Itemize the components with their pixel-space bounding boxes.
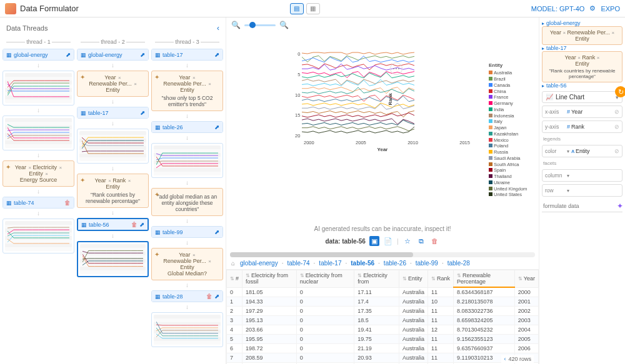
table-tab[interactable]: table-17 bbox=[319, 260, 341, 267]
flow-arrow-icon: ↓ bbox=[151, 305, 223, 310]
open-external-icon[interactable]: ⬈ bbox=[140, 109, 145, 116]
horizontal-scrollbar[interactable] bbox=[230, 252, 535, 257]
wand-icon: ✦ bbox=[6, 164, 11, 170]
chart-thumbnail[interactable] bbox=[77, 129, 149, 164]
open-external-icon[interactable]: ⬈ bbox=[214, 229, 219, 235]
table-row[interactable]: 7208.59020.93Australia119.11903102132007 bbox=[227, 353, 539, 363]
table-name: table-17 bbox=[162, 52, 212, 58]
table-row[interactable]: 0181.05017.11Australia118.63443681872000 bbox=[227, 287, 539, 297]
open-external-icon[interactable]: ⬈ bbox=[140, 51, 145, 58]
encoding-x-axis[interactable]: x-axis #Year ⊘ bbox=[542, 106, 622, 118]
legend-entry: Mexico bbox=[489, 137, 527, 144]
collapse-threads-chevron-icon[interactable]: ‹ bbox=[217, 24, 219, 32]
encoding-y-axis[interactable]: y-axis #Rank ⊘ bbox=[542, 121, 622, 133]
chart-thumbnail[interactable] bbox=[151, 312, 223, 347]
encoding-row[interactable]: row▾ bbox=[542, 184, 622, 197]
column-header[interactable]: ⇅Electricity from bbox=[354, 270, 399, 288]
model-label[interactable]: MODEL: GPT-4O bbox=[531, 5, 585, 12]
table-row[interactable]: 5195.95019.75Australia119.15623551232005 bbox=[227, 335, 539, 344]
gear-icon[interactable]: ⚙ bbox=[589, 4, 596, 12]
chart-thumbnail[interactable] bbox=[77, 241, 149, 277]
table-row[interactable]: 4203.66019.41Australia128.70130452322004 bbox=[227, 325, 539, 335]
column-header[interactable]: ⇅# bbox=[227, 270, 242, 288]
export-button[interactable]: EXPO bbox=[601, 5, 620, 12]
thread-label: thread - 2 bbox=[77, 37, 149, 46]
derive-step-card[interactable]: ✦Year × Electricity ×Entity ×Energy Sour… bbox=[2, 160, 74, 187]
flow-arrow-icon: ↓ bbox=[151, 283, 223, 288]
formulate-run-icon[interactable]: ✦ bbox=[617, 202, 623, 210]
derive-step-card[interactable]: ✦"add global median as an entity alongsi… bbox=[151, 188, 223, 216]
breadcrumb-step[interactable]: Year × Rank ×Entity"Rank countries by re… bbox=[542, 51, 622, 82]
table-card[interactable]: ▦table-74🗑 bbox=[2, 197, 74, 209]
flow-arrow-icon: ↓ bbox=[77, 166, 149, 171]
column-header[interactable]: ⇅Renewable Percentage bbox=[454, 270, 515, 288]
table-card[interactable]: ▦table-56🗑⬈ bbox=[77, 218, 149, 231]
table-tab[interactable]: global-energy bbox=[240, 260, 278, 267]
formulate-input[interactable] bbox=[542, 202, 614, 210]
view-text-icon[interactable]: 📄 bbox=[383, 236, 393, 246]
trash-icon[interactable]: 🗑 bbox=[206, 293, 212, 300]
view-image-icon[interactable]: ▣ bbox=[369, 236, 379, 246]
table-card[interactable]: ▦table-99⬈ bbox=[151, 226, 223, 238]
view-grid-button[interactable]: ▦ bbox=[306, 3, 320, 14]
table-tab[interactable]: table-26 bbox=[384, 260, 406, 267]
breadcrumb-step[interactable]: Year × Renewable Per... ×Entity bbox=[542, 26, 622, 45]
copy-icon[interactable]: ⧉ bbox=[416, 236, 426, 246]
column-header[interactable]: ⇅Electricity from fossil bbox=[242, 270, 297, 288]
table-row[interactable]: 3195.13018.5Australia118.65983242052003 bbox=[227, 316, 539, 325]
column-header[interactable]: ⇅Entity bbox=[399, 270, 428, 288]
chart-thumbnail[interactable] bbox=[2, 116, 74, 150]
column-header[interactable]: ⇅Electricity from nuclear bbox=[296, 270, 354, 288]
table-card[interactable]: ▦table-17⬈ bbox=[77, 107, 149, 119]
derive-step-card[interactable]: ✦Year ×Renewable Per... ×EntityGlobal Me… bbox=[151, 248, 223, 280]
derive-step-card[interactable]: ✦Year ×Renewable Per... ×Entity"show onl… bbox=[151, 71, 223, 111]
home-icon[interactable]: ⌂ bbox=[231, 260, 235, 267]
legend-entry: Canada bbox=[489, 82, 527, 89]
derive-step-card[interactable]: ✦Year × Rank ×Entity"Rank countries by r… bbox=[77, 174, 149, 208]
table-card[interactable]: ▦table-17⬈ bbox=[151, 49, 223, 61]
clear-y-icon[interactable]: ⊘ bbox=[614, 124, 619, 130]
open-external-icon[interactable]: ⬈ bbox=[214, 293, 219, 300]
derive-step-card[interactable]: ✦Year ×Renewable Per... ×Entity bbox=[77, 71, 149, 97]
trash-icon[interactable]: 🗑 bbox=[64, 199, 71, 206]
trash-icon[interactable]: 🗑 bbox=[131, 221, 138, 228]
table-row[interactable]: 6198.72021.19Australia119.63576609372006 bbox=[227, 344, 539, 353]
column-header[interactable]: ⇅Year bbox=[514, 270, 538, 288]
refresh-run-icon[interactable]: ↻ bbox=[615, 86, 625, 97]
encoding-panel: global-energyYear × Renewable Per... ×En… bbox=[539, 17, 625, 364]
table-card[interactable]: ▦table-28🗑⬈ bbox=[151, 290, 223, 302]
view-list-button[interactable]: ▤ bbox=[290, 3, 304, 14]
encoding-column[interactable]: column▾ bbox=[542, 169, 622, 182]
zoom-in-icon[interactable]: 🔍 bbox=[279, 21, 289, 29]
table-tab[interactable]: table-99 bbox=[416, 260, 438, 267]
open-external-icon[interactable]: ⬈ bbox=[66, 51, 71, 58]
breadcrumb-table[interactable]: table-56 bbox=[542, 82, 622, 89]
clear-x-icon[interactable]: ⊘ bbox=[614, 109, 619, 115]
star-icon[interactable]: ☆ bbox=[402, 236, 412, 246]
zoom-slider[interactable] bbox=[244, 24, 276, 26]
open-external-icon[interactable]: ⬈ bbox=[214, 51, 219, 58]
table-prev-page-icon[interactable]: ‹ bbox=[504, 356, 506, 362]
clear-color-icon[interactable]: ⊘ bbox=[614, 148, 619, 154]
open-external-icon[interactable]: ⬈ bbox=[214, 124, 219, 130]
table-card[interactable]: ▦table-26⬈ bbox=[151, 121, 223, 133]
chart-thumbnail[interactable] bbox=[2, 71, 74, 106]
zoom-out-icon[interactable]: 🔍 bbox=[231, 21, 241, 29]
breadcrumb-table[interactable]: global-energy bbox=[542, 20, 622, 26]
table-tab[interactable]: table-28 bbox=[448, 260, 470, 267]
table-card[interactable]: ▦global-energy⬈ bbox=[2, 49, 74, 61]
table-row[interactable]: 2197.29017.35Australia118.08330227362002 bbox=[227, 307, 539, 316]
column-header[interactable]: ⇅Rank bbox=[428, 270, 454, 288]
table-card[interactable]: ▦global-energy⬈ bbox=[77, 49, 149, 61]
table-tab[interactable]: table-74 bbox=[287, 260, 309, 267]
chart-thumbnail[interactable] bbox=[2, 219, 74, 253]
table-tab[interactable]: table-56 bbox=[351, 260, 374, 267]
encoding-color[interactable]: color▾ ᴀEntity ⊘ bbox=[542, 145, 622, 157]
delete-chart-icon[interactable]: 🗑 bbox=[430, 236, 440, 246]
chart-more-menu-icon[interactable]: ⋯ bbox=[390, 62, 402, 75]
chart-type-select[interactable]: 📈 Line Chart ▾ bbox=[542, 91, 622, 103]
open-external-icon[interactable]: ⬈ bbox=[139, 221, 144, 228]
table-row[interactable]: 1194.33017.4Australia108.21801350782001 bbox=[227, 297, 539, 307]
breadcrumb-table[interactable]: table-17 bbox=[542, 45, 622, 51]
chart-thumbnail[interactable] bbox=[151, 143, 223, 178]
